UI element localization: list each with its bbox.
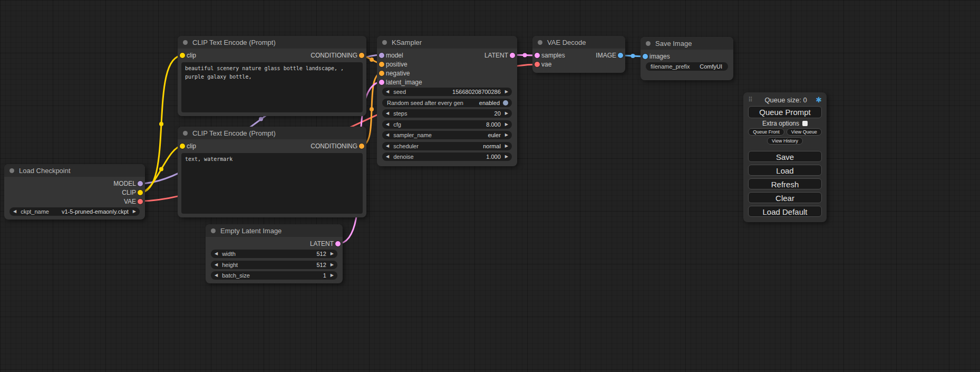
output-label-model: MODEL bbox=[113, 180, 136, 187]
output-port-model[interactable] bbox=[138, 181, 143, 186]
refresh-button[interactable]: Refresh bbox=[748, 178, 822, 189]
node-ksampler[interactable]: KSampler model LATENT positive negative … bbox=[377, 36, 517, 166]
positive-prompt-textarea[interactable]: beautiful scenery nature glass bottle la… bbox=[181, 62, 363, 112]
input-port-latent-image[interactable] bbox=[379, 80, 384, 85]
node-title-bar[interactable]: CLIP Text Encode (Prompt) bbox=[178, 36, 366, 49]
height-widget[interactable]: height 512 bbox=[211, 261, 337, 269]
input-label-clip: clip bbox=[187, 142, 196, 150]
decrement-arrow-icon[interactable] bbox=[386, 155, 389, 159]
link-midpoint-dot bbox=[631, 54, 635, 58]
drag-handle-icon[interactable]: ⠿ bbox=[748, 96, 753, 103]
load-button[interactable]: Load bbox=[748, 165, 822, 176]
view-queue-button[interactable]: View Queue bbox=[787, 128, 822, 136]
steps-widget[interactable]: steps 20 bbox=[382, 109, 512, 118]
output-port-conditioning[interactable] bbox=[359, 53, 364, 58]
decrement-arrow-icon[interactable] bbox=[386, 144, 389, 148]
decrement-arrow-icon[interactable] bbox=[386, 111, 389, 116]
node-title-bar[interactable]: Load Checkpoint bbox=[4, 164, 145, 177]
input-port-samples[interactable] bbox=[535, 53, 540, 58]
output-port-clip[interactable] bbox=[138, 190, 143, 195]
cfg-widget[interactable]: cfg 8.000 bbox=[382, 120, 512, 129]
node-title-bar[interactable]: KSampler bbox=[377, 36, 517, 49]
widget-label: scheduler bbox=[393, 143, 419, 149]
queue-buttons-row: Queue Front View Queue bbox=[748, 128, 822, 136]
ckpt-name-widget[interactable]: ckpt_name v1-5-pruned-emaonly.ckpt bbox=[9, 207, 140, 216]
queue-size-label: Queue size: 0 bbox=[756, 96, 816, 104]
increment-arrow-icon[interactable] bbox=[505, 133, 508, 137]
negative-prompt-textarea[interactable]: text, watermark bbox=[181, 153, 363, 214]
filename-prefix-widget[interactable]: filename_prefix ComfyUI bbox=[646, 62, 728, 71]
output-port-latent[interactable] bbox=[335, 241, 341, 246]
node-title-bar[interactable]: VAE Decode bbox=[532, 36, 625, 49]
random-seed-widget[interactable]: Random seed after every gen enabled bbox=[382, 99, 512, 107]
input-port-clip[interactable] bbox=[180, 144, 185, 149]
node-title-bar[interactable]: Save Image bbox=[641, 37, 733, 50]
collapse-dot-icon[interactable] bbox=[382, 40, 387, 45]
increment-arrow-icon[interactable] bbox=[331, 263, 334, 267]
widget-value: 1 bbox=[323, 272, 326, 279]
increment-arrow-icon[interactable] bbox=[331, 273, 334, 278]
denoise-widget[interactable]: denoise 1.000 bbox=[382, 152, 512, 161]
scheduler-widget[interactable]: scheduler normal bbox=[382, 142, 512, 150]
output-port-latent[interactable] bbox=[510, 53, 515, 58]
link-midpoint-dot bbox=[523, 53, 527, 58]
widget-label: steps bbox=[393, 110, 407, 117]
output-port-conditioning[interactable] bbox=[359, 144, 364, 149]
settings-gear-icon[interactable]: ✱ bbox=[816, 96, 822, 104]
output-slot-latent: LATENT bbox=[206, 239, 343, 248]
decrement-arrow-icon[interactable] bbox=[215, 252, 218, 256]
widget-value: 156680208700286 bbox=[452, 89, 501, 95]
sampler-name-widget[interactable]: sampler_name euler bbox=[382, 131, 512, 139]
extra-options-checkbox[interactable] bbox=[802, 121, 808, 126]
decrement-arrow-icon[interactable] bbox=[13, 209, 16, 214]
increment-arrow-icon[interactable] bbox=[505, 122, 508, 127]
output-slot-vae: VAE bbox=[4, 197, 145, 206]
queue-prompt-button[interactable]: Queue Prompt bbox=[748, 106, 822, 118]
node-clip-text-encode-positive[interactable]: CLIP Text Encode (Prompt) clip CONDITION… bbox=[178, 36, 366, 116]
width-widget[interactable]: width 512 bbox=[211, 250, 337, 258]
output-port-vae[interactable] bbox=[138, 199, 143, 204]
node-empty-latent-image[interactable]: Empty Latent Image LATENT width 512 heig… bbox=[206, 224, 343, 283]
node-title: CLIP Text Encode (Prompt) bbox=[192, 129, 276, 137]
collapse-dot-icon[interactable] bbox=[183, 40, 188, 45]
decrement-arrow-icon[interactable] bbox=[215, 263, 218, 267]
input-port-images[interactable] bbox=[643, 54, 648, 59]
increment-arrow-icon[interactable] bbox=[505, 155, 508, 159]
output-port-image[interactable] bbox=[618, 53, 623, 58]
decrement-arrow-icon[interactable] bbox=[386, 90, 389, 94]
batch-size-widget[interactable]: batch_size 1 bbox=[211, 271, 337, 280]
node-save-image[interactable]: Save Image images filename_prefix ComfyU… bbox=[641, 37, 733, 80]
collapse-dot-icon[interactable] bbox=[211, 228, 216, 233]
increment-arrow-icon[interactable] bbox=[133, 209, 136, 214]
clear-button[interactable]: Clear bbox=[748, 192, 822, 203]
node-load-checkpoint[interactable]: Load Checkpoint MODEL CLIP VAE ckpt_name… bbox=[4, 164, 145, 220]
collapse-dot-icon[interactable] bbox=[9, 168, 14, 173]
collapse-dot-icon[interactable] bbox=[538, 40, 542, 45]
decrement-arrow-icon[interactable] bbox=[215, 273, 218, 278]
node-title-bar[interactable]: CLIP Text Encode (Prompt) bbox=[178, 127, 366, 139]
increment-arrow-icon[interactable] bbox=[331, 252, 334, 256]
save-button[interactable]: Save bbox=[748, 151, 822, 162]
input-port-negative[interactable] bbox=[379, 71, 384, 76]
toggle-icon[interactable] bbox=[503, 100, 508, 106]
input-slot-negative: negative bbox=[377, 69, 517, 78]
increment-arrow-icon[interactable] bbox=[505, 144, 508, 148]
seed-widget[interactable]: seed 156680208700286 bbox=[382, 88, 512, 96]
node-title-bar[interactable]: Empty Latent Image bbox=[206, 224, 343, 237]
increment-arrow-icon[interactable] bbox=[505, 111, 508, 116]
node-clip-text-encode-negative[interactable]: CLIP Text Encode (Prompt) clip CONDITION… bbox=[178, 127, 366, 217]
node-vae-decode[interactable]: VAE Decode samples IMAGE vae bbox=[532, 36, 625, 73]
input-port-model[interactable] bbox=[379, 53, 384, 58]
load-default-button[interactable]: Load Default bbox=[748, 206, 822, 217]
input-port-positive[interactable] bbox=[379, 62, 384, 67]
queue-front-button[interactable]: Queue Front bbox=[748, 128, 784, 136]
decrement-arrow-icon[interactable] bbox=[386, 122, 389, 127]
view-history-button[interactable]: View History bbox=[767, 137, 803, 145]
widget-label: ckpt_name bbox=[21, 208, 49, 215]
input-port-vae[interactable] bbox=[535, 62, 540, 67]
decrement-arrow-icon[interactable] bbox=[386, 133, 389, 137]
collapse-dot-icon[interactable] bbox=[646, 41, 651, 46]
input-port-clip[interactable] bbox=[180, 53, 185, 58]
collapse-dot-icon[interactable] bbox=[183, 131, 188, 136]
increment-arrow-icon[interactable] bbox=[505, 90, 508, 94]
